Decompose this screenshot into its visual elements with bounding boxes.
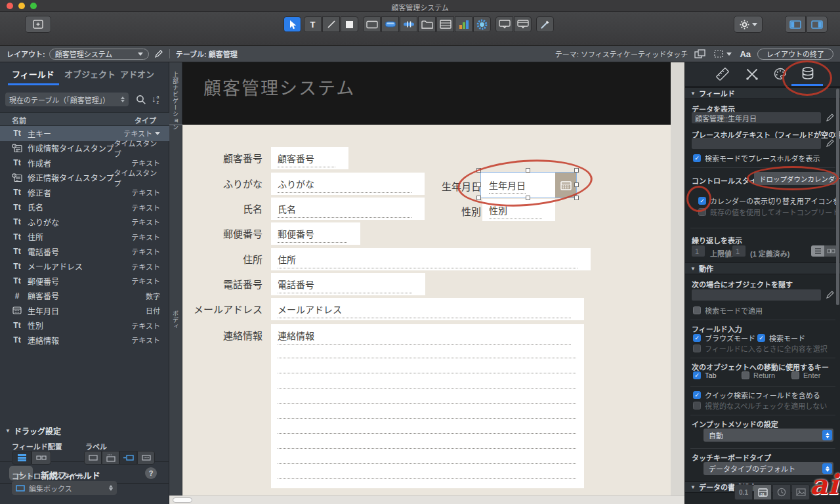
line-tool-icon[interactable] xyxy=(322,16,340,32)
canvas-label-address[interactable]: 住所 xyxy=(180,252,262,266)
pencil-icon[interactable] xyxy=(826,138,835,148)
canvas-field-postal-code[interactable]: 郵便番号 xyxy=(271,222,360,245)
date-format-icon[interactable]: 31 xyxy=(753,484,772,500)
time-format-icon[interactable] xyxy=(772,484,791,500)
text-tool-icon[interactable]: T xyxy=(304,16,322,32)
field-row[interactable]: Tt 住所 テキスト xyxy=(0,230,169,245)
format-painter-icon[interactable] xyxy=(536,16,554,32)
calendar-icon-checkbox[interactable]: ✓ カレンダーの表示切り替え用アイコンを表示 xyxy=(698,196,840,206)
field-row[interactable]: Tt 性別 テキスト xyxy=(0,318,169,333)
behavior-section-header[interactable]: ▼ 動作 xyxy=(685,262,840,274)
label-inside-icon[interactable] xyxy=(137,451,155,465)
tab-objects[interactable]: オブジェクト xyxy=(64,68,116,80)
font-size-icon[interactable]: Aa xyxy=(740,49,751,59)
repetition-max-input[interactable]: 1 xyxy=(732,245,746,257)
number-format-icon[interactable]: 0.1 xyxy=(734,484,753,500)
field-row[interactable]: 生年月日 日付 xyxy=(0,303,169,318)
slider-tool-icon[interactable] xyxy=(400,16,417,32)
help-icon[interactable]: ? xyxy=(145,467,157,479)
canvas-label-phone[interactable]: 電話番号 xyxy=(180,277,262,291)
horizontal-placement-icon[interactable] xyxy=(32,451,51,465)
pointer-tool-icon[interactable] xyxy=(284,16,301,32)
canvas-field-customer-no[interactable]: 顧客番号 xyxy=(271,147,348,169)
field-row[interactable]: Tt メールアドレス テキスト xyxy=(0,259,169,274)
manage-button[interactable] xyxy=(734,16,763,33)
inspector-scrollbar[interactable] xyxy=(836,89,839,305)
canvas-label-name[interactable]: 氏名 xyxy=(180,201,262,215)
vertical-placement-icon[interactable] xyxy=(12,451,32,465)
hide-object-input[interactable] xyxy=(692,289,821,301)
field-row[interactable]: Tt ふりがな テキスト xyxy=(0,215,169,230)
field-row[interactable]: Tt 修正者 テキスト xyxy=(0,185,169,200)
vertical-orientation-icon[interactable] xyxy=(811,245,824,257)
spell-check-checkbox[interactable]: 視覚的なスペルチェックを適用しない xyxy=(693,400,827,411)
shape-tool-icon[interactable] xyxy=(341,16,358,32)
repetition-start-input[interactable]: 1 xyxy=(692,245,705,257)
quick-find-checkbox[interactable]: ✓ クイック検索にフィールドを含める xyxy=(693,390,820,400)
tab-fields[interactable]: フィールド xyxy=(12,68,54,80)
field-row[interactable]: Tt 氏名 テキスト xyxy=(0,200,169,215)
group-objects-icon[interactable] xyxy=(694,49,706,59)
label-above-icon[interactable] xyxy=(102,451,119,465)
graphic-format-icon[interactable] xyxy=(791,484,810,500)
scrollbar-thumb[interactable] xyxy=(173,497,192,503)
canvas-field-contact-info[interactable]: 連絡情報 xyxy=(271,324,584,488)
field-row[interactable]: 作成情報タイムスタンプ タイムスタンプ xyxy=(0,141,169,156)
label-left-icon[interactable] xyxy=(119,451,137,465)
drag-settings-section[interactable]: ▼ ドラッグ設定 xyxy=(5,425,61,436)
layout-selector[interactable]: 顧客管理システム xyxy=(49,49,149,60)
input-method-dropdown[interactable]: 自動 xyxy=(704,429,833,442)
field-row[interactable]: # 顧客番号 数字 xyxy=(0,289,169,304)
canvas-field-phone[interactable]: 電話番号 xyxy=(271,273,425,295)
canvas-field-address[interactable]: 住所 xyxy=(271,248,591,270)
pencil-icon[interactable] xyxy=(826,113,835,122)
return-key-checkbox[interactable]: Return xyxy=(742,371,775,379)
canvas-label-contact-info[interactable]: 連絡情報 xyxy=(180,328,262,342)
canvas-label-gender[interactable]: 性別 xyxy=(399,204,481,218)
search-icon[interactable] xyxy=(136,94,146,105)
layout-body-part[interactable]: 顧客番号 ふりがな 氏名 郵便番号 住所 電話番号 メールアドレス 連絡情報 顧… xyxy=(182,125,671,495)
chart-tool-icon[interactable] xyxy=(455,16,472,32)
styles-tab[interactable] xyxy=(742,66,762,83)
layout-header-part[interactable]: 顧客管理システム xyxy=(182,62,671,125)
sort-icon[interactable]: ↓ az xyxy=(152,94,159,105)
field-row[interactable]: Tt 電話番号 テキスト xyxy=(0,244,169,259)
popover-button-tool-icon[interactable] xyxy=(514,16,532,32)
browse-mode-checkbox[interactable]: ✓ ブラウズモード xyxy=(693,333,755,343)
web-viewer-tool-icon[interactable] xyxy=(473,16,491,32)
canvas-label-email[interactable]: メールアドレス xyxy=(180,302,262,316)
control-style-dropdown[interactable]: 編集ボックス xyxy=(12,481,117,495)
portal-tool-icon[interactable] xyxy=(436,16,454,32)
canvas-field-email[interactable]: メールアドレス xyxy=(271,298,584,320)
field-row[interactable]: 修正情報タイムスタンプ タイムスタンプ xyxy=(0,171,169,186)
exit-layout-button[interactable]: レイアウトの終了 xyxy=(757,49,833,60)
horizontal-scrollbar[interactable] xyxy=(169,495,684,504)
chevron-down-icon[interactable] xyxy=(155,132,160,135)
display-data-input[interactable]: 顧客管理::生年月日 xyxy=(692,112,821,123)
selection-style-icon[interactable] xyxy=(714,49,724,58)
layout-title-text[interactable]: 顧客管理システム xyxy=(203,74,355,100)
popover-tool-icon[interactable] xyxy=(495,16,513,32)
position-tab[interactable] xyxy=(713,66,732,83)
apply-in-find-checkbox[interactable]: 検索モードで適用 xyxy=(693,305,763,316)
new-layout-button[interactable] xyxy=(25,16,51,33)
find-mode-checkbox[interactable]: ✓ 検索モード xyxy=(757,333,805,343)
label-none-icon[interactable] xyxy=(84,451,102,465)
tab-addons[interactable]: アドオン xyxy=(120,68,154,80)
enter-key-checkbox[interactable]: Enter xyxy=(791,371,820,379)
canvas-label-postal-code[interactable]: 郵便番号 xyxy=(180,226,262,240)
tab-key-checkbox[interactable]: ✓ Tab xyxy=(693,371,717,379)
part-label-body[interactable]: ボディ xyxy=(171,310,180,330)
horizontal-orientation-icon[interactable] xyxy=(824,245,837,257)
autocomplete-checkbox[interactable]: 既存の値を使用してオートコンプリート xyxy=(698,207,839,217)
selection-handle[interactable] xyxy=(574,196,579,200)
part-label-top-navigation[interactable]: 上部ナビゲーション xyxy=(171,72,180,131)
table-selector-dropdown[interactable]: 現在のテーブル（「顧客管理」） xyxy=(5,93,129,106)
pencil-icon[interactable] xyxy=(826,290,835,299)
field-row[interactable]: Tt 郵便番号 テキスト xyxy=(0,274,169,289)
select-contents-checkbox[interactable]: フィールドに入るときに全内容を選択 xyxy=(693,343,828,354)
canvas-label-customer-no[interactable]: 顧客番号 xyxy=(180,151,262,165)
canvas-label-furigana[interactable]: ふりがな xyxy=(180,177,262,190)
field-row[interactable]: Tt 連絡情報 テキスト xyxy=(0,333,169,348)
search-placeholder-checkbox[interactable]: ✓ 検索モードでプレースホルダを表示 xyxy=(693,153,820,163)
